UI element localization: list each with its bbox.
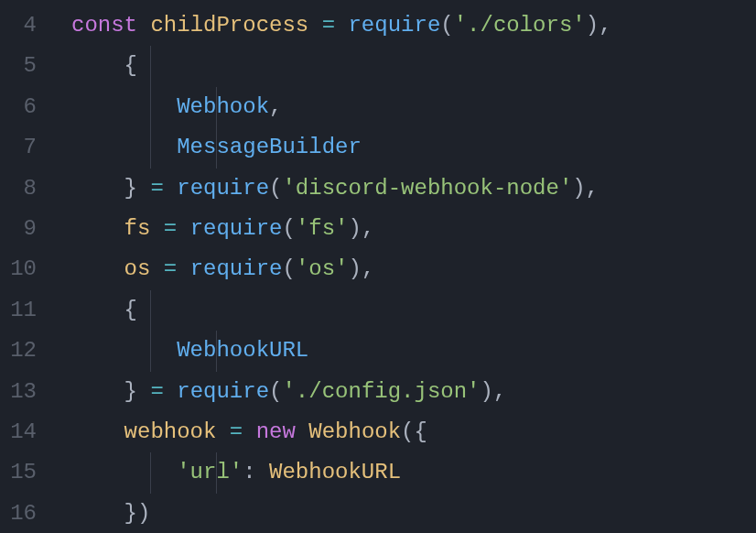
string-fs: 'fs' — [296, 216, 349, 241]
line-number: 12 — [0, 331, 37, 371]
line-number: 8 — [0, 169, 37, 209]
paren-open: ( — [282, 256, 295, 281]
operator-assign: = — [137, 176, 177, 201]
indent-guide — [150, 127, 151, 168]
brace-open: { — [71, 298, 137, 322]
code-line[interactable]: MessageBuilder — [71, 127, 756, 168]
indent-guide — [216, 452, 217, 493]
operator-assign: = — [150, 256, 189, 281]
operator-assign: = — [308, 13, 348, 38]
operator-assign: = — [150, 216, 189, 241]
operator-assign: = — [216, 419, 255, 444]
line-number: 13 — [0, 372, 37, 412]
brace-close: } — [71, 379, 137, 404]
fn-require: require — [190, 216, 283, 241]
space — [296, 419, 308, 444]
fn-require: require — [190, 256, 283, 281]
paren-open: ( — [269, 379, 282, 404]
code-line[interactable]: const childProcess = require('./colors')… — [71, 5, 756, 46]
line-numbers-gutter: 4 5 6 7 8 9 10 11 12 13 14 15 16 — [0, 5, 44, 533]
code-line[interactable]: 'url': WebhookURL — [71, 452, 756, 493]
class-webhook: Webhook — [308, 419, 401, 444]
line-number: 4 — [0, 5, 37, 46]
var-os: os — [71, 256, 150, 281]
string-config: './config.json' — [282, 379, 480, 404]
code-line[interactable]: }) — [71, 494, 756, 533]
indent-guide — [216, 331, 217, 371]
indent-guide — [216, 127, 217, 168]
paren-brace-open: ({ — [401, 419, 427, 444]
indent-guide — [150, 46, 151, 86]
string-colors: './colors' — [454, 13, 586, 38]
code-line[interactable]: os = require('os'), — [71, 249, 756, 289]
code-editor[interactable]: 4 5 6 7 8 9 10 11 12 13 14 15 16 const c… — [0, 5, 756, 533]
code-line[interactable]: fs = require('fs'), — [71, 209, 756, 249]
code-line[interactable]: webhook = new Webhook({ — [71, 412, 756, 452]
var-childprocess: childProcess — [150, 13, 308, 38]
code-line[interactable]: Webhook, — [71, 87, 756, 127]
prop-webhookurl: WebhookURL — [177, 338, 308, 363]
indent-guide — [150, 290, 151, 331]
prop-messagebuilder: MessageBuilder — [177, 135, 362, 159]
string-discord: 'discord-webhook-node' — [282, 176, 572, 201]
paren-open: ( — [269, 176, 282, 201]
line-number: 14 — [0, 412, 37, 452]
paren-close: ), — [572, 176, 599, 201]
keyword-new: new — [256, 419, 296, 444]
line-number: 5 — [0, 46, 37, 86]
prop-webhook: Webhook — [177, 94, 269, 119]
line-number: 7 — [0, 127, 37, 168]
keyword-const: const — [71, 13, 137, 38]
indent-guide — [150, 87, 151, 127]
val-webhookurl: WebhookURL — [269, 460, 401, 484]
indent-guide — [150, 452, 151, 493]
code-line[interactable]: { — [71, 46, 756, 86]
brace-open: { — [71, 53, 137, 78]
code-line[interactable]: WebhookURL — [71, 331, 756, 371]
key-url: 'url' — [177, 460, 243, 484]
paren-close: ), — [348, 216, 374, 241]
fn-require: require — [348, 13, 440, 38]
string-os: 'os' — [296, 256, 349, 281]
comma: , — [269, 94, 282, 119]
paren-close: ), — [586, 13, 612, 38]
fn-require: require — [177, 379, 269, 404]
paren-open: ( — [440, 13, 453, 38]
code-line[interactable]: } = require('./config.json'), — [71, 372, 756, 412]
var-fs: fs — [71, 216, 150, 241]
brace-paren-close: }) — [71, 501, 150, 526]
line-number: 10 — [0, 249, 37, 289]
indent-guide — [150, 331, 151, 371]
paren-close: ), — [481, 379, 507, 404]
indent-guide — [216, 87, 217, 127]
paren-close: ), — [348, 256, 374, 281]
var-webhook: webhook — [71, 419, 216, 444]
brace-close: } — [71, 176, 137, 201]
operator-assign: = — [137, 379, 177, 404]
code-line[interactable]: } = require('discord-webhook-node'), — [71, 169, 756, 209]
line-number: 15 — [0, 452, 37, 493]
code-content[interactable]: const childProcess = require('./colors')… — [44, 5, 756, 533]
code-line[interactable]: { — [71, 290, 756, 331]
line-number: 11 — [0, 290, 37, 331]
line-number: 6 — [0, 87, 37, 127]
paren-open: ( — [282, 216, 295, 241]
line-number: 9 — [0, 209, 37, 249]
colon: : — [243, 460, 269, 484]
line-number: 16 — [0, 494, 37, 533]
fn-require: require — [177, 176, 269, 201]
